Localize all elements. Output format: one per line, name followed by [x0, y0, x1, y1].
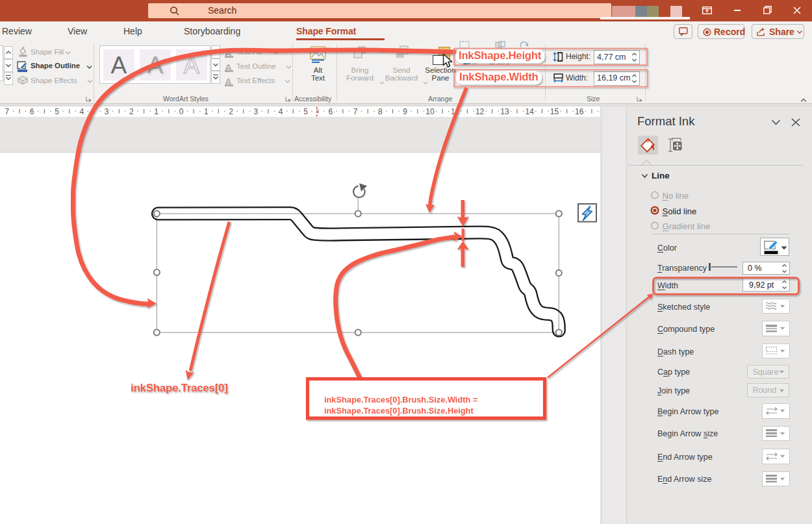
- svg-text:InkShape.Width: InkShape.Width: [459, 71, 539, 83]
- svg-text:inkShape.Traces[0].Brush.Size.: inkShape.Traces[0].Brush.Size.Width =: [324, 395, 477, 405]
- svg-text:inkShape.Traces[0]: inkShape.Traces[0]: [131, 382, 228, 394]
- svg-text:InkShape.Height: InkShape.Height: [459, 49, 542, 62]
- svg-text:inkShape.Traces[0].Brush.Size.: inkShape.Traces[0].Brush.Size.Height: [324, 406, 474, 416]
